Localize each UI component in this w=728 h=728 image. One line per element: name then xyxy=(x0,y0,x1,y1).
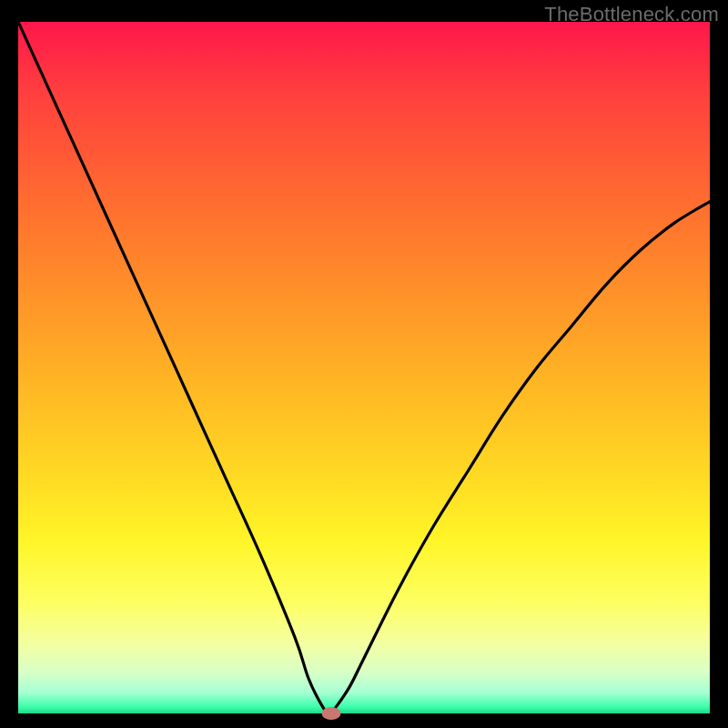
bottleneck-curve xyxy=(18,22,710,713)
curve-svg xyxy=(18,22,710,713)
plot-area xyxy=(18,22,710,713)
chart-container: TheBottleneck.com xyxy=(0,0,728,728)
optimal-point-marker xyxy=(321,707,340,720)
